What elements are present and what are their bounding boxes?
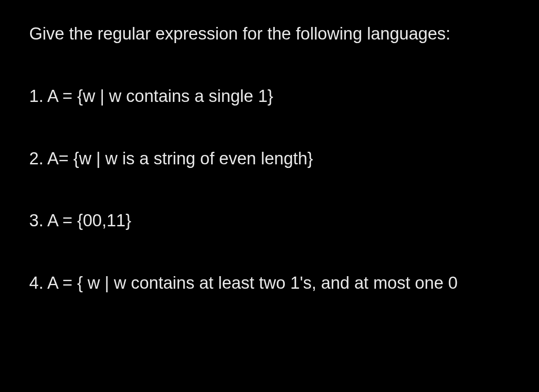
problem-item-4: 4. A = { w | w contains at least two 1's…	[29, 269, 510, 297]
prompt-intro: Give the regular expression for the foll…	[29, 20, 510, 48]
problem-item-1: 1. A = {w | w contains a single 1}	[29, 83, 510, 110]
problem-item-3: 3. A = {00,11}	[29, 207, 510, 234]
problem-item-2: 2. A= {w | w is a string of even length}	[29, 145, 510, 172]
